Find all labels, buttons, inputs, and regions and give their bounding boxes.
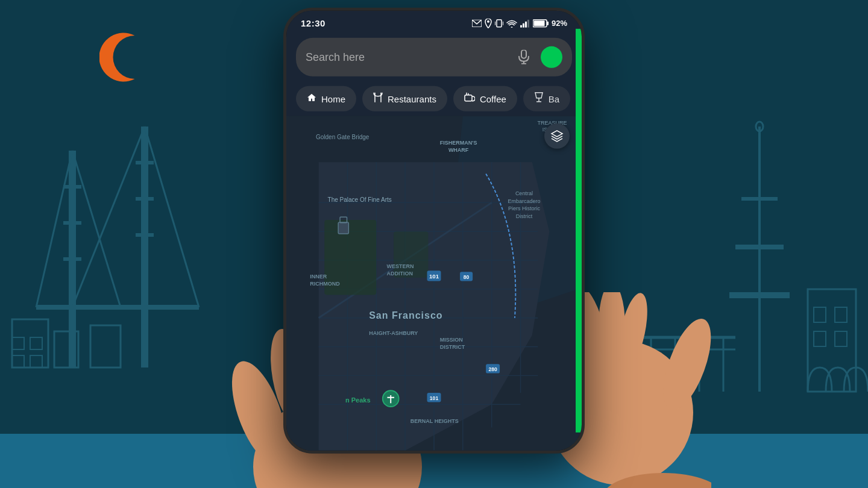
svg-text:101: 101: [430, 395, 439, 401]
restaurants-icon: [373, 92, 383, 105]
search-bar[interactable]: Search here: [296, 38, 572, 77]
wifi-icon: [506, 19, 517, 27]
svg-rect-68: [465, 95, 472, 101]
status-bar: 12:30 92%: [286, 11, 582, 33]
svg-rect-28: [814, 331, 826, 346]
vibrate-icon: [495, 18, 503, 28]
svg-text:101: 101: [429, 273, 439, 280]
label-inner-richmond: INNERRICHMOND: [310, 274, 340, 287]
pill-coffee-label: Coffee: [480, 93, 506, 104]
phone-screen: 12:30 92% Search here: [286, 11, 582, 451]
svg-rect-19: [90, 325, 121, 368]
label-palace: The Palace Of Fine Arts: [328, 196, 392, 203]
svg-point-51: [487, 20, 489, 22]
mail-icon: [472, 19, 482, 27]
skyline-left: [0, 78, 253, 440]
label-san-francisco: San Francisco: [369, 310, 442, 321]
svg-line-6: [145, 127, 199, 307]
account-avatar[interactable]: [541, 46, 562, 68]
label-embarcadero: CentralEmbarcaderoPiers HistoricDistrict: [508, 190, 540, 220]
svg-rect-57: [523, 23, 524, 27]
layers-icon: [550, 130, 564, 143]
category-pills: Home Restaurants Coffee Ba: [286, 81, 582, 116]
svg-rect-59: [527, 19, 529, 27]
svg-rect-52: [497, 19, 502, 27]
svg-rect-29: [835, 331, 847, 346]
svg-rect-26: [814, 307, 826, 322]
svg-rect-62: [547, 21, 549, 25]
pill-bars-label: Ba: [549, 93, 559, 104]
pill-bars[interactable]: Ba: [523, 86, 570, 111]
svg-rect-14: [12, 337, 24, 349]
svg-line-3: [36, 151, 72, 307]
svg-point-55: [511, 27, 512, 28]
svg-rect-56: [520, 25, 522, 27]
bars-icon: [534, 92, 544, 105]
pill-restaurants-label: Restaurants: [388, 93, 436, 104]
pill-restaurants[interactable]: Restaurants: [362, 86, 447, 111]
pill-home[interactable]: Home: [296, 86, 356, 111]
battery-icon: [533, 19, 549, 27]
svg-rect-101: [338, 222, 348, 234]
svg-rect-17: [30, 355, 42, 368]
battery-percentage: 92%: [552, 19, 567, 28]
label-golden-gate: Golden Gate Bridge: [316, 133, 369, 141]
search-placeholder: Search here: [306, 51, 507, 63]
svg-rect-63: [521, 50, 526, 58]
map-area[interactable]: 101 80 280 101 Golden Gate Bridge FISHER…: [286, 116, 582, 451]
mic-icon[interactable]: [514, 48, 533, 67]
label-mission: MISSIONDISTRICT: [440, 337, 465, 351]
location-icon: [485, 18, 492, 28]
label-haight-ashbury: HAIGHT-ASHBURY: [369, 330, 418, 336]
phone-green-edge: [576, 29, 582, 433]
svg-rect-58: [525, 21, 527, 27]
svg-rect-15: [30, 337, 42, 349]
label-western-addition: WESTERNADDITION: [387, 263, 414, 277]
svg-rect-61: [533, 20, 544, 26]
status-icons: 92%: [472, 18, 567, 28]
status-time: 12:30: [301, 18, 326, 28]
label-bernal: BERNAL HEIGHTS: [410, 418, 459, 424]
label-fishermans-wharf: FISHERMAN'SWHARF: [440, 140, 477, 154]
svg-rect-16: [12, 355, 24, 368]
svg-line-5: [72, 127, 145, 307]
pill-coffee[interactable]: Coffee: [453, 86, 517, 111]
signal-icon: [520, 19, 530, 27]
svg-text:80: 80: [464, 274, 470, 280]
coffee-icon: [464, 92, 475, 105]
pill-home-label: Home: [321, 93, 345, 104]
layers-button[interactable]: [544, 124, 570, 149]
label-twin-peaks: n Peaks: [345, 396, 371, 404]
svg-line-4: [72, 151, 121, 307]
phone-device: 12:30 92% Search here: [283, 8, 585, 454]
home-icon: [307, 93, 316, 105]
svg-text:280: 280: [488, 366, 497, 372]
svg-rect-27: [835, 307, 847, 322]
